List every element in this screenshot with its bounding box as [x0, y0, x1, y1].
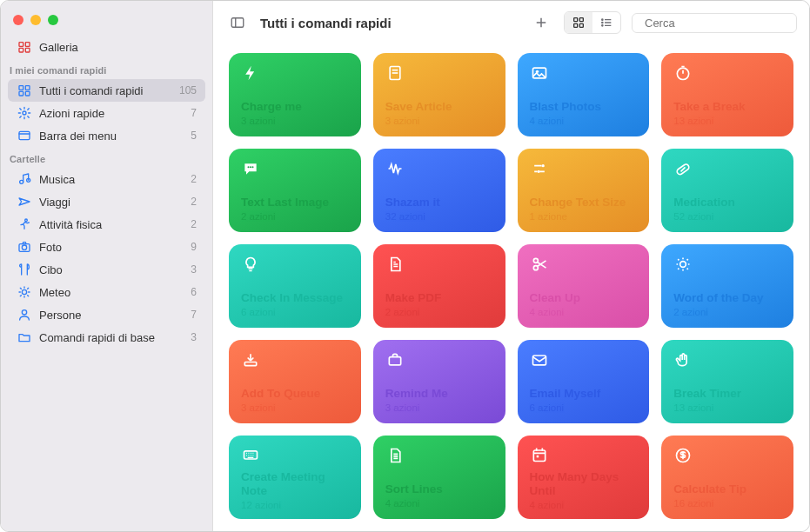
grid-icon: [17, 83, 32, 98]
shortcut-card[interactable]: Clean Up 4 azioni: [518, 244, 650, 328]
shortcut-card[interactable]: How Many Days Until 4 azioni: [518, 436, 650, 519]
shortcut-subtitle: 32 azioni: [385, 211, 493, 222]
shortcut-card[interactable]: Medication 52 azioni: [661, 149, 793, 232]
svg-rect-0: [19, 43, 23, 47]
shortcut-card[interactable]: Charge me 3 azioni: [229, 53, 361, 136]
sidebar-folder-persone[interactable]: Persone 7: [8, 303, 205, 326]
toggle-sidebar-button[interactable]: [225, 12, 250, 33]
sidebar: Galleria I miei comandi rapidi Tutti i c…: [1, 1, 213, 531]
sidebar-folder-foto[interactable]: Foto 9: [8, 236, 205, 258]
sidebar-item-count: 7: [191, 107, 197, 119]
dollar-icon: [673, 446, 693, 465]
sidebar-item-count: 6: [191, 286, 197, 298]
shortcut-card[interactable]: Add To Queue 3 azioni: [229, 340, 361, 423]
sidebar-folder-base[interactable]: Comandi rapidi di base 3: [8, 326, 205, 349]
shortcut-title: Blast Photos: [530, 100, 638, 114]
svg-rect-1: [25, 43, 30, 47]
sidebar-item-label: Barra dei menu: [39, 130, 185, 143]
shortcut-subtitle: 4 azioni: [385, 498, 493, 509]
filetext-icon: [385, 255, 405, 274]
person-icon: [17, 307, 32, 323]
window-controls: [1, 6, 212, 36]
svg-line-46: [681, 167, 686, 171]
mail-icon: [530, 350, 549, 369]
shortcut-card[interactable]: Shazam it 32 azioni: [373, 149, 505, 232]
shortcut-subtitle: 13 azioni: [673, 116, 781, 126]
svg-rect-25: [579, 23, 583, 27]
svg-rect-51: [389, 357, 400, 365]
doc-icon: [385, 63, 405, 83]
sidebar-item-label: Attività fisica: [39, 218, 185, 231]
sidebar-item-label: Comandi rapidi di base: [39, 331, 185, 344]
shortcut-card[interactable]: Calculate Tip 16 azioni: [661, 436, 793, 519]
grid-view-button[interactable]: [565, 12, 592, 33]
shortcut-card[interactable]: Take a Break 13 azioni: [661, 53, 793, 136]
shortcuts-grid: Charge me 3 azioni Save Article 3 azioni…: [229, 53, 793, 519]
shortcut-subtitle: 4 azioni: [530, 500, 638, 510]
bubble-icon: [241, 159, 260, 178]
svg-point-26: [602, 19, 603, 20]
shortcut-card[interactable]: Email Myself 6 azioni: [518, 340, 650, 423]
svg-rect-50: [244, 362, 256, 366]
shortcut-card[interactable]: Make PDF 2 azioni: [373, 244, 505, 328]
download-icon: [241, 350, 260, 369]
sidebar-folder-fitness[interactable]: Attività fisica 2: [8, 213, 205, 236]
shortcut-title: Medication: [673, 196, 781, 209]
sidebar-item-menubar[interactable]: Barra dei menu 5: [8, 124, 205, 147]
shortcut-subtitle: 6 azioni: [241, 307, 349, 317]
sidebar-folder-viaggi[interactable]: Viaggi 2: [8, 190, 205, 213]
shortcut-subtitle: 3 azioni: [241, 402, 349, 413]
shortcut-card[interactable]: Blast Photos 4 azioni: [518, 53, 650, 136]
add-shortcut-button[interactable]: [529, 12, 553, 33]
sun-icon: [17, 284, 32, 300]
search-field[interactable]: [632, 13, 797, 33]
sidebar-folder-meteo[interactable]: Meteo 6: [8, 281, 205, 303]
sidebar-item-count: 3: [191, 331, 197, 343]
search-input[interactable]: [645, 17, 791, 30]
close-button[interactable]: [13, 15, 23, 25]
calendar-icon: [530, 446, 549, 463]
svg-rect-18: [231, 18, 244, 28]
sidebar-item-all[interactable]: Tutti i comandi rapidi 105: [8, 79, 205, 102]
sidebar-item-count: 2: [191, 196, 197, 208]
sidebar-item-gallery[interactable]: Galleria: [8, 36, 205, 58]
svg-point-49: [680, 262, 686, 268]
sidebar-folder-musica[interactable]: Musica 2: [8, 168, 205, 190]
shortcut-card[interactable]: Remind Me 3 azioni: [373, 340, 505, 423]
shortcut-title: Take a Break: [673, 100, 781, 114]
shortcut-card[interactable]: Word of the Day 2 azioni: [661, 244, 793, 328]
svg-point-17: [22, 310, 26, 315]
sidebar-folder-cibo[interactable]: Cibo 3: [8, 258, 205, 281]
briefcase-icon: [385, 350, 405, 369]
timer-icon: [673, 63, 693, 83]
shortcut-card[interactable]: Create Meeting Note 12 azioni: [229, 436, 361, 519]
shortcut-title: Clean Up: [530, 291, 638, 305]
shortcut-card[interactable]: Check In Message 6 azioni: [229, 244, 361, 328]
shortcut-card[interactable]: Text Last Image 2 azioni: [229, 149, 361, 232]
list-view-button[interactable]: [592, 12, 620, 33]
sidebar-item-count: 2: [191, 173, 197, 185]
shortcut-card[interactable]: Save Article 3 azioni: [373, 53, 505, 136]
sidebar-item-quick[interactable]: Azioni rapide 7: [8, 102, 205, 124]
gear-icon: [17, 105, 32, 121]
svg-rect-35: [392, 70, 398, 71]
svg-rect-6: [19, 91, 23, 96]
svg-point-30: [602, 25, 603, 26]
maximize-button[interactable]: [48, 15, 58, 25]
shortcut-title: Word of the Day: [673, 291, 781, 305]
shortcut-title: Save Article: [385, 100, 493, 114]
svg-rect-55: [536, 456, 539, 458]
run-icon: [17, 216, 32, 232]
shortcut-card[interactable]: Break Timer 13 azioni: [661, 340, 793, 423]
shortcut-title: Charge me: [241, 100, 349, 114]
shortcut-card[interactable]: Sort Lines 4 azioni: [373, 436, 505, 519]
shortcut-card[interactable]: Change Text Size 1 azione: [518, 149, 650, 232]
keyboard-icon: [241, 446, 260, 463]
minimize-button[interactable]: [30, 15, 41, 25]
svg-rect-4: [19, 86, 23, 90]
shortcut-subtitle: 3 azioni: [241, 116, 349, 126]
shortcut-subtitle: 1 azione: [530, 211, 638, 222]
sidebar-item-count: 7: [191, 309, 197, 321]
sidebar-item-label: Musica: [39, 173, 185, 186]
shortcut-subtitle: 12 azioni: [241, 500, 349, 510]
